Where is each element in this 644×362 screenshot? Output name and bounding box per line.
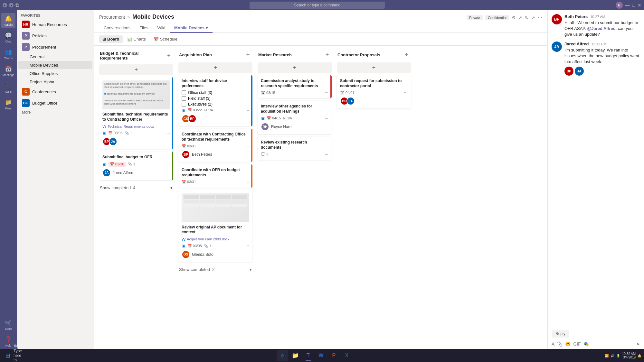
sticker-icon[interactable]: 🎭 [583, 341, 589, 347]
card-coordinate-contracting[interactable]: Coordinate with Contracting Office on te… [178, 129, 252, 162]
card-more-9[interactable]: ⋯ [325, 152, 328, 157]
card-more-10[interactable]: ⋯ [404, 90, 408, 95]
card-submit-budget-ofr[interactable]: Submit final budget to OFR ▣ 📅 02/28 📎 1… [99, 152, 173, 180]
add-card-contractor[interactable]: + [337, 62, 411, 73]
rail-item-teams[interactable]: 👥 Teams [1, 46, 15, 62]
gif-icon[interactable]: GIF [573, 341, 581, 347]
sidebar-item-budget-office[interactable]: BO Budget Office ⋯ [18, 97, 92, 108]
external-link-icon[interactable]: ↗ [531, 15, 535, 20]
subtab-charts[interactable]: 📊 Charts [124, 35, 149, 43]
card-more-6[interactable]: ⋯ [245, 244, 249, 248]
tab-mobile-devices[interactable]: Mobile Devices ▾ [170, 23, 213, 33]
tab-wiki[interactable]: Wiki [153, 23, 170, 33]
checkbox-icon-3[interactable] [182, 102, 186, 107]
new-window-icon[interactable]: ⧉ [15, 2, 19, 8]
maximize-button[interactable]: □ [632, 3, 635, 8]
card-more-1[interactable]: ⋯ [166, 131, 170, 135]
card-more-7[interactable]: ⋯ [325, 90, 328, 95]
add-card-market[interactable]: + [258, 62, 332, 73]
card-submit-technical-requirements[interactable]: Lorem ipsum dolor sit amet, consectetur … [99, 77, 173, 149]
rail-item-files[interactable]: 📁 Files [1, 97, 15, 112]
refresh-icon[interactable]: ↻ [525, 15, 529, 20]
sidebar-item-mobile-devices[interactable]: Mobile Devices [18, 61, 92, 69]
taskbar-file-explorer[interactable]: 📁 [289, 350, 301, 361]
card-link-ap-doc[interactable]: W Acquisition Plan 2009.docx [182, 237, 249, 242]
user-avatar[interactable]: U [616, 2, 623, 9]
show-completed-budget[interactable]: Show completed 4 ▾ [99, 183, 173, 193]
sidebar-item-project-alpha[interactable]: Project Alpha [18, 78, 92, 86]
column-market-research: Market Research + + Commission analyst s… [258, 50, 332, 345]
subtab-schedule[interactable]: 📅 Schedule [150, 35, 181, 43]
search-taskbar[interactable]: 🔍 Type here to search [14, 350, 24, 361]
sidebar-more[interactable]: More [18, 109, 92, 116]
notification-icon[interactable]: 🔔 [638, 354, 641, 357]
col-acquisition-add[interactable]: + [244, 51, 252, 59]
more-header-icon[interactable]: ⋯ [538, 15, 542, 20]
send-icon[interactable]: ➤ [636, 341, 640, 347]
more-chat-icon[interactable]: ⋯ [592, 341, 596, 347]
checkbox-icon-2[interactable] [182, 96, 186, 101]
rail-item-chat[interactable]: 💬 Chat [1, 30, 15, 45]
subtab-board[interactable]: ⊞ Board [99, 35, 123, 43]
taskbar-teams-app[interactable]: T [302, 350, 314, 361]
windows-logo: ⊞ [5, 352, 10, 359]
sidebar-item-policies[interactable]: P Policies ⋯ [18, 30, 92, 41]
card-image-doc: Lorem ipsum dolor sit amet, consectetur … [102, 80, 170, 109]
card-more-5[interactable]: ⋯ [245, 180, 249, 184]
show-completed-acq-chevron: ▾ [250, 267, 252, 272]
back-button[interactable]: ‹ [3, 3, 7, 7]
expand-icon[interactable]: ⤢ [518, 15, 522, 20]
show-completed-acquisition[interactable]: Show completed 2 ▾ [178, 265, 252, 274]
taskbar-edge[interactable]: e [277, 350, 288, 361]
card-more-4[interactable]: ⋯ [245, 144, 249, 148]
close-button[interactable]: ✕ [638, 3, 641, 8]
sidebar-item-general[interactable]: General [18, 53, 92, 61]
minimize-button[interactable]: — [625, 3, 630, 8]
checkbox-icon-1[interactable] [182, 90, 186, 95]
reply-button[interactable]: Reply [552, 330, 569, 338]
col-market-add[interactable]: + [323, 51, 331, 59]
emoji-icon[interactable]: 😊 [565, 341, 571, 347]
card-interview-agencies[interactable]: Interview other agencies for acquisition… [258, 101, 332, 134]
card-interview-staff[interactable]: Interview staff for device preferences O… [178, 75, 252, 126]
settings-icon[interactable]: ⚙ [512, 15, 516, 20]
add-card-budget-technical[interactable]: + [99, 64, 173, 75]
card-submit-request-portal[interactable]: Submit request for submission to contrac… [337, 75, 411, 108]
card-link-tech-doc[interactable]: W Technical Requirements.docx [102, 124, 170, 129]
format-icon[interactable]: A [552, 341, 554, 347]
rail-item-help[interactable]: ❓ Help [1, 334, 15, 349]
taskbar-powerpoint[interactable]: P [328, 350, 340, 361]
col-contractor-add[interactable]: + [402, 51, 410, 59]
rail-item-activity[interactable]: 🔔 Activity [1, 13, 15, 28]
card-footer-1: ▣ 📅 03/08 📎 1 ⋯ [102, 131, 170, 135]
card-review-research[interactable]: Review existing research documents 💬 3 ⋯ [258, 137, 332, 160]
start-button[interactable]: ⊞ [3, 350, 13, 361]
col-budget-technical-add[interactable]: + [165, 52, 173, 60]
sidebar-item-human-resources[interactable]: HR Human Resources ⋯ [18, 19, 92, 30]
rail-item-meetings[interactable]: 📅 Meetings [1, 63, 15, 79]
rail-item-calls[interactable]: 📞 Calls [1, 80, 15, 95]
policies-label: Policies [32, 33, 84, 38]
taskbar-excel[interactable]: X [341, 350, 353, 361]
attach-icon[interactable]: 📎 [557, 341, 563, 347]
card-more-2[interactable]: ⋯ [166, 162, 170, 166]
sidebar-item-procurement[interactable]: P Procurement ⋯ [18, 42, 92, 52]
app-layout: 🔔 Activity 💬 Chat 👥 Teams 📅 Meetings 📞 C… [0, 10, 644, 349]
card-coordinate-ofr[interactable]: Coordinate with OFR on budget requiremen… [178, 164, 252, 187]
file-explorer-icon: 📁 [292, 352, 299, 359]
tab-conversations[interactable]: Conversations [99, 23, 135, 33]
forward-button[interactable]: › [9, 3, 14, 7]
card-commission-analyst[interactable]: Commission analyst study to research spe… [258, 75, 332, 98]
tab-add-button[interactable]: + [213, 23, 222, 32]
card-more-3[interactable]: ⋯ [245, 108, 249, 113]
card-review-ap-doc[interactable]: Review original AP document for context … [178, 190, 252, 262]
add-card-acquisition[interactable]: + [178, 62, 252, 73]
command-search-bar[interactable]: Search or type a command [250, 2, 385, 9]
sidebar-item-conferences[interactable]: C Conferences ⋯ [18, 86, 92, 97]
rail-item-store[interactable]: 🛒 Store [1, 317, 15, 332]
card-more-8[interactable]: ⋯ [325, 116, 328, 121]
tab-files[interactable]: Files [135, 23, 153, 33]
breadcrumb-parent[interactable]: Procurement [99, 14, 125, 20]
taskbar-word[interactable]: W [315, 350, 327, 361]
sidebar-item-office-supplies[interactable]: Office Supplies [18, 70, 92, 78]
